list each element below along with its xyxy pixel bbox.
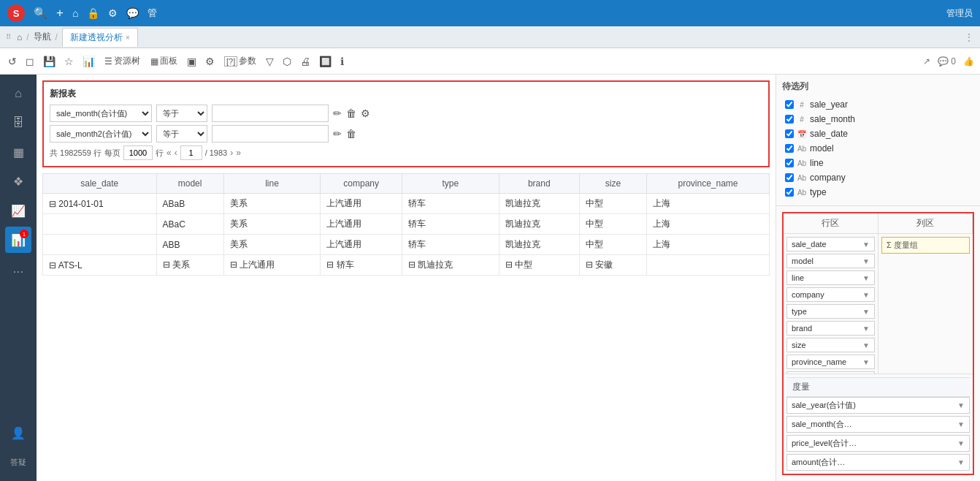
export-btn[interactable]: ⬡ [280, 54, 294, 69]
filter-operator-1[interactable]: 等于 [156, 105, 207, 122]
sidebar-item-home[interactable]: ⌂ [5, 80, 31, 107]
filter-field-1[interactable]: sale_month(合计值) [50, 105, 152, 122]
col-brand[interactable]: brand [499, 174, 579, 194]
row-field-type[interactable]: type▼ [786, 304, 875, 319]
field-checkbox-sale_date[interactable] [785, 129, 794, 138]
lock-icon[interactable]: 🔒 [87, 7, 99, 19]
sidebar-item-db[interactable]: 🗄 [5, 110, 31, 136]
col-company[interactable]: company [321, 174, 402, 194]
filter-delete-1[interactable]: 🗑 [346, 107, 356, 119]
active-tab[interactable]: 新建透视分析 × [62, 28, 138, 47]
sidebar-item-apps[interactable]: ❖ [5, 168, 31, 194]
filter-field-2[interactable]: sale_month2(合计值) [50, 125, 152, 143]
row-zone-header: 行区 [784, 213, 878, 233]
refresh-btn[interactable]: ↺ [6, 54, 19, 69]
sidebar-item-table[interactable]: 📊 [5, 227, 31, 253]
chart-btn[interactable]: 📊 [80, 54, 97, 69]
row-field-size[interactable]: size▼ [786, 338, 875, 352]
next-page-btn[interactable]: › [230, 148, 233, 158]
home-icon[interactable]: ⌂ [72, 7, 78, 19]
save-btn[interactable]: 💾 [41, 54, 58, 69]
filter-operator-2[interactable]: 等于 [156, 125, 207, 143]
breadcrumb-sep2: / [55, 32, 58, 42]
col-field-_____[interactable]: Σ 度量组 [881, 237, 970, 254]
grid-btn[interactable]: ▣ [185, 54, 199, 69]
admin-icon[interactable]: 管 [148, 7, 157, 20]
favorite-btn[interactable]: ☆ [62, 54, 76, 69]
field-checkbox-type[interactable] [785, 188, 794, 197]
app-logo: S [7, 4, 25, 22]
print-btn[interactable]: 🖨 [298, 54, 313, 69]
row-field-line[interactable]: line▼ [786, 270, 875, 285]
add-icon[interactable]: + [56, 6, 64, 20]
cell-line: 美系 [223, 194, 321, 214]
settings-icon[interactable]: ⚙ [108, 7, 118, 19]
field-item-sale_date[interactable]: 📅 sale_date [782, 126, 974, 141]
col-line[interactable]: line [223, 174, 321, 194]
field-type-sale_date: 📅 [797, 130, 807, 138]
tab-more-btn[interactable]: ⋮ [964, 31, 974, 43]
col-model[interactable]: model [156, 174, 223, 194]
sidebar-item-user[interactable]: 👤 [5, 420, 31, 446]
field-item-company[interactable]: Ab company [782, 170, 974, 185]
filter-edit-1[interactable]: ✏ [333, 107, 342, 119]
col-size[interactable]: size [579, 174, 646, 194]
comment-btn[interactable]: 💬 0 [938, 56, 956, 67]
chat-icon[interactable]: 💬 [126, 7, 139, 19]
info-btn[interactable]: ℹ [338, 54, 346, 69]
drag-handle: ⠿ [6, 33, 11, 41]
search-icon[interactable]: 🔍 [34, 7, 47, 20]
field-checkbox-model[interactable] [785, 144, 794, 153]
resource-tree-btn[interactable]: ☰ 资源树 [102, 53, 143, 69]
row-field-company[interactable]: company▼ [786, 287, 875, 302]
measure-arrow: ▼ [957, 458, 965, 466]
field-name-type: type [810, 187, 827, 197]
field-item-sale_month[interactable]: # sale_month [782, 112, 974, 126]
row-field-brand[interactable]: brand▼ [786, 321, 875, 336]
sidebar-item-chart[interactable]: 📈 [5, 197, 31, 224]
filter-edit-2[interactable]: ✏ [333, 128, 342, 140]
first-page-btn[interactable]: « [166, 148, 172, 158]
row-field-province_name[interactable]: province_name▼ [786, 355, 875, 369]
col-sale-date[interactable]: sale_date [43, 174, 157, 194]
filter-delete-2[interactable]: 🗑 [346, 128, 356, 140]
row-field-model[interactable]: model▼ [786, 254, 875, 268]
field-item-sale_year[interactable]: # sale_year [782, 97, 974, 112]
filter-value-1[interactable] [212, 105, 329, 122]
new-btn[interactable]: ◻ [23, 54, 37, 69]
panel-btn[interactable]: ▦ 面板 [148, 53, 180, 69]
field-checkbox-sale_month[interactable] [785, 115, 794, 124]
last-page-btn[interactable]: » [236, 148, 241, 158]
param-btn[interactable]: [?] 参数 [221, 53, 259, 69]
col-province-name[interactable]: province_name [647, 174, 770, 194]
home-tab[interactable]: ⌂ [17, 32, 22, 42]
share-btn[interactable]: ↗ [923, 56, 930, 67]
measure-field-price_level____[interactable]: price_level(合计…▼ [786, 435, 970, 452]
measure-field-sale_year_____[interactable]: sale_year(合计值)▼ [786, 397, 970, 414]
sidebar-item-grid[interactable]: ▦ [5, 139, 31, 165]
measure-field-sale_month___[interactable]: sale_month(合…▼ [786, 416, 970, 433]
col-type[interactable]: type [402, 174, 499, 194]
settings-btn[interactable]: ⚙ [203, 54, 217, 69]
filter-value-2[interactable] [212, 125, 329, 143]
filter-config-1[interactable]: ⚙ [361, 107, 370, 119]
row-field-sale_date[interactable]: sale_date▼ [786, 237, 875, 251]
current-page-input[interactable] [180, 145, 202, 160]
filter-btn[interactable]: ▽ [264, 54, 276, 69]
field-checkbox-sale_year[interactable] [785, 100, 794, 109]
field-item-line[interactable]: Ab line [782, 156, 974, 170]
nav-breadcrumb[interactable]: 导航 [34, 31, 51, 43]
cell-brand: ⊟ 中型 [499, 255, 579, 276]
prev-page-btn[interactable]: ‹ [175, 148, 177, 158]
per-page-input[interactable] [123, 145, 153, 160]
field-checkbox-line[interactable] [785, 159, 794, 167]
sidebar-item-more[interactable]: … [5, 256, 31, 282]
screenshot-btn[interactable]: 🔲 [317, 54, 334, 69]
measure-field-amount____[interactable]: amount(合计…▼ [786, 454, 970, 471]
sidebar-item-help[interactable]: 答疑 [5, 449, 31, 475]
field-item-model[interactable]: Ab model [782, 141, 974, 156]
like-btn[interactable]: 👍 [963, 56, 974, 67]
tab-close-btn[interactable]: × [126, 34, 130, 42]
field-item-type[interactable]: Ab type [782, 185, 974, 200]
field-checkbox-company[interactable] [785, 173, 794, 182]
